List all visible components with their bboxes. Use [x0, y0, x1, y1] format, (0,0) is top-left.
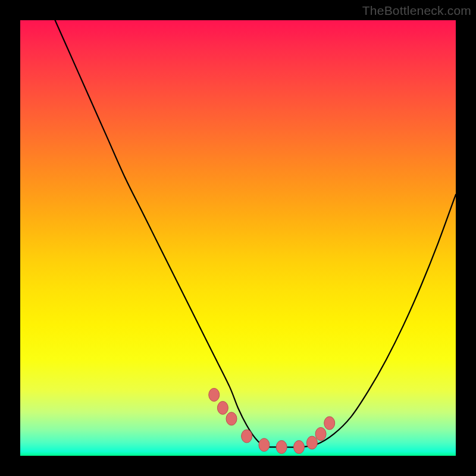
bottleneck-curve-line [55, 20, 456, 447]
chart-plot-area [20, 20, 456, 456]
highlight-marker [315, 427, 326, 440]
highlight-marker [324, 416, 335, 430]
highlight-marker [242, 430, 252, 443]
highlight-markers [209, 389, 335, 454]
chart-frame: TheBottleneck.com [0, 0, 476, 476]
highlight-marker [217, 401, 228, 414]
highlight-marker [259, 439, 270, 452]
highlight-marker [226, 412, 237, 425]
chart-svg [20, 20, 456, 456]
highlight-marker [293, 440, 304, 453]
highlight-marker [209, 389, 220, 402]
highlight-marker [276, 440, 287, 453]
watermark-text: TheBottleneck.com [362, 4, 471, 18]
highlight-marker [306, 436, 317, 449]
